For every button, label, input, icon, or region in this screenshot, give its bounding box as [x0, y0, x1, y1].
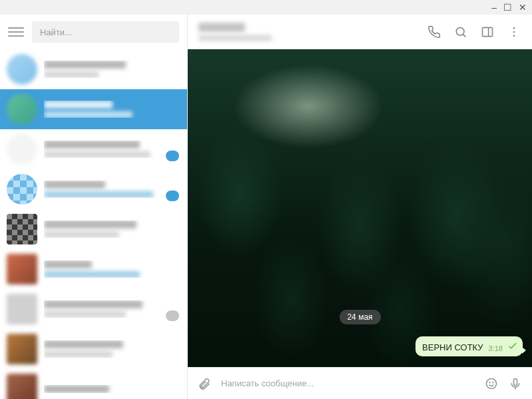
- svg-point-8: [489, 382, 490, 382]
- close-button[interactable]: ✕: [519, 3, 527, 12]
- avatar: [7, 334, 37, 364]
- message-read-check-icon: [508, 340, 517, 352]
- avatar: [7, 54, 37, 85]
- chat-list-item[interactable]: [0, 209, 187, 249]
- chat-item-text: [44, 101, 180, 118]
- chat-item-text: [44, 181, 180, 198]
- avatar: [7, 254, 37, 284]
- attach-icon[interactable]: [197, 376, 212, 391]
- chat-item-name: [44, 260, 92, 268]
- chat-item-preview: [44, 151, 150, 158]
- message-text: ВЕРНИ СОТКУ: [422, 342, 483, 352]
- chat-item-name: [44, 61, 126, 69]
- chat-item-preview: [44, 271, 140, 278]
- unread-badge: [166, 151, 179, 161]
- chat-list-item[interactable]: [0, 369, 187, 399]
- chat-item-text: [44, 300, 180, 318]
- chat-list-item[interactable]: [0, 89, 187, 129]
- chat-item-name: [44, 385, 109, 393]
- call-icon[interactable]: [427, 25, 441, 39]
- avatar: [7, 214, 37, 244]
- chat-header-status: [198, 35, 272, 41]
- chat-item-name: [44, 220, 136, 228]
- chat-item-preview: [44, 231, 119, 238]
- avatar: [7, 174, 37, 204]
- right-panel: 24 мая ВЕРНИ СОТКУ 3:18: [188, 15, 532, 399]
- emoji-icon[interactable]: [484, 376, 499, 391]
- chat-list-item[interactable]: [0, 49, 187, 89]
- chat-item-preview: [44, 71, 99, 78]
- microphone-icon[interactable]: [508, 376, 523, 391]
- svg-point-7: [487, 378, 497, 388]
- chat-item-name: [44, 181, 105, 189]
- svg-point-6: [513, 35, 515, 37]
- avatar: [7, 134, 37, 165]
- avatar: [7, 94, 37, 125]
- more-icon[interactable]: [507, 25, 521, 39]
- chat-list-item[interactable]: [0, 129, 187, 169]
- chat-body[interactable]: 24 мая ВЕРНИ СОТКУ 3:18: [188, 49, 532, 367]
- svg-point-4: [513, 27, 515, 29]
- window-titlebar: – ☐ ✕: [0, 0, 532, 15]
- svg-point-0: [456, 27, 464, 35]
- chat-list-item[interactable]: [0, 329, 187, 369]
- outgoing-message[interactable]: ВЕРНИ СОТКУ 3:18: [415, 336, 523, 356]
- minimize-button[interactable]: –: [491, 3, 497, 12]
- svg-rect-10: [514, 378, 517, 385]
- chat-item-text: [44, 220, 180, 238]
- chat-list-item[interactable]: [0, 289, 187, 329]
- date-separator: 24 мая: [339, 310, 380, 324]
- maximize-button[interactable]: ☐: [503, 3, 512, 12]
- chat-item-text: [44, 141, 180, 158]
- chat-header: [188, 15, 532, 49]
- app-container: 24 мая ВЕРНИ СОТКУ 3:18: [0, 15, 532, 399]
- chat-list-item[interactable]: [0, 249, 187, 289]
- svg-point-5: [513, 31, 515, 33]
- chat-item-name: [44, 340, 123, 348]
- unread-badge: [166, 310, 179, 321]
- chat-list[interactable]: [0, 49, 187, 399]
- message-input-bar: [188, 367, 532, 399]
- left-header: [0, 15, 187, 49]
- chat-item-text: [44, 340, 180, 358]
- chat-item-preview: [44, 311, 126, 318]
- avatar: [7, 374, 37, 399]
- chat-item-preview: [44, 111, 133, 118]
- message-input[interactable]: [221, 378, 475, 388]
- unread-badge: [166, 191, 179, 201]
- chat-header-name: [198, 23, 245, 32]
- chat-item-text: [44, 260, 180, 278]
- message-time: 3:18: [489, 344, 503, 352]
- chat-header-info[interactable]: [198, 23, 415, 41]
- chat-item-preview: [44, 191, 153, 198]
- chat-item-text: [44, 385, 180, 393]
- chat-item-name: [44, 141, 140, 149]
- svg-point-9: [493, 382, 493, 382]
- menu-button[interactable]: [8, 24, 24, 40]
- search-icon[interactable]: [453, 25, 468, 39]
- chat-list-item[interactable]: [0, 169, 187, 209]
- chat-item-name: [44, 300, 142, 308]
- search-input[interactable]: [32, 21, 179, 43]
- svg-line-1: [463, 34, 465, 37]
- svg-rect-2: [483, 27, 493, 36]
- chat-item-preview: [44, 351, 113, 358]
- chat-item-name: [44, 101, 113, 109]
- chat-item-text: [44, 61, 180, 78]
- sidebar-toggle-icon[interactable]: [480, 25, 495, 39]
- avatar: [7, 294, 37, 324]
- left-panel: [0, 15, 188, 399]
